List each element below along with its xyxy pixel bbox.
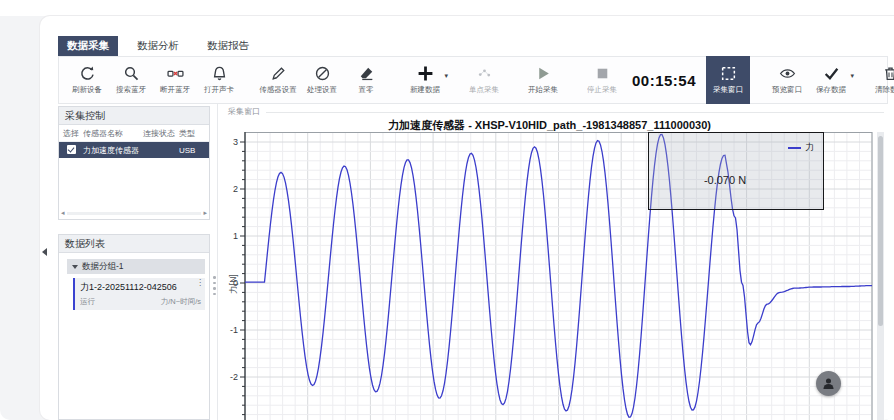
toolbar: 刷新设备 搜索蓝牙 断开蓝牙 打开声卡 传感器设置 处理设置 置零 新建数据 ▾… (58, 56, 888, 104)
sensor-settings-button[interactable]: 传感器设置 (256, 56, 300, 104)
svg-text:-2: -2 (230, 372, 238, 382)
tab-data-analysis[interactable]: 数据分析 (128, 36, 188, 56)
collect-window-button[interactable]: 采集窗口 (706, 56, 750, 104)
save-data-button[interactable]: 保存数据 ▾ (809, 56, 853, 104)
refresh-icon (79, 65, 96, 82)
svg-text:2: 2 (233, 184, 238, 194)
data-group-label: 数据分组-1 (82, 261, 124, 273)
dashed-square-icon (720, 65, 737, 82)
bt-disconnect-icon (167, 65, 184, 82)
stop-icon (594, 65, 611, 82)
timer-display: 00:15:54 (632, 72, 696, 89)
col-type: 类型 (179, 128, 205, 139)
play-icon (535, 65, 552, 82)
person-icon (821, 376, 836, 391)
point-sample-button[interactable]: 单点采集 (462, 56, 506, 104)
dropdown-arrow-icon[interactable]: ▾ (444, 72, 448, 80)
svg-text:1: 1 (233, 231, 238, 241)
dots-icon (476, 65, 493, 82)
value-annotation: -0.070 N (660, 174, 790, 186)
data-list-title: 数据列表 (59, 235, 209, 253)
data-list-panel: 数据列表 数据分组-1 力1-2-20251112-042506 运行 力/N~… (58, 234, 210, 420)
sidebar-collapse-arrow-icon[interactable] (42, 248, 47, 256)
col-sensor-name: 传感器名称 (83, 128, 139, 139)
data-item[interactable]: 力1-2-20251112-042506 运行 力/N~时间/s ⋮ (73, 278, 205, 310)
col-conn-status: 连接状态 (139, 128, 179, 139)
open-soundcard-button[interactable]: 打开声卡 (197, 56, 241, 104)
clear-data-button[interactable]: 清除数据 (868, 56, 894, 104)
sidebar-divider (217, 104, 218, 420)
process-settings-button[interactable]: 处理设置 (300, 56, 344, 104)
divider-drag-handle[interactable] (213, 276, 216, 295)
collect-control-panel: 采集控制 选择 传感器名称 连接状态 类型 力加速度传感器 USB ◂ ▸ (58, 106, 210, 220)
chart-plot-area[interactable]: 3210-1-2 力[N] 力 -0.070 N (225, 132, 874, 420)
start-collect-button[interactable]: 开始采集 (521, 56, 565, 104)
tab-data-report[interactable]: 数据报告 (198, 36, 258, 56)
sensor-row[interactable]: 力加速度传感器 USB (59, 142, 209, 158)
user-floating-button[interactable] (816, 371, 841, 396)
data-group-row[interactable]: 数据分组-1 (67, 259, 205, 274)
bell-icon (211, 65, 228, 82)
chart-vscrollbar[interactable] (877, 132, 884, 420)
data-item-title: 力1-2-20251112-042506 (80, 281, 201, 294)
chevron-down-icon (72, 265, 78, 269)
trash-icon (882, 65, 894, 82)
collect-panel-hscrollbar[interactable]: ◂ ▸ (61, 209, 207, 217)
check-icon (823, 65, 840, 82)
collect-control-title: 采集控制 (59, 107, 209, 125)
data-item-axes: 力/N~时间/s (161, 297, 201, 307)
stop-collect-button[interactable]: 停止采集 (580, 56, 624, 104)
svg-text:-1: -1 (230, 325, 238, 335)
vscroll-thumb[interactable] (878, 136, 883, 326)
app-window: 数据采集 数据分析 数据报告 刷新设备 搜索蓝牙 断开蓝牙 打开声卡 传感器设置… (0, 0, 894, 420)
search-bluetooth-button[interactable]: 搜索蓝牙 (109, 56, 153, 104)
legend-series-label: 力 (805, 141, 814, 154)
slash-circle-icon (314, 65, 331, 82)
refresh-device-button[interactable]: 刷新设备 (65, 56, 109, 104)
tab-data-collect[interactable]: 数据采集 (58, 36, 118, 56)
chart-legend: 力 (788, 141, 814, 154)
eye-icon (779, 65, 796, 82)
chart-pane-caption: 采集窗口 (228, 106, 260, 117)
legend-line-swatch (788, 147, 801, 149)
y-axis-label: 力[N] (228, 274, 240, 293)
new-data-button[interactable]: 新建数据 ▾ (403, 56, 447, 104)
eraser-icon (358, 65, 375, 82)
disconnect-bluetooth-button[interactable]: 断开蓝牙 (153, 56, 197, 104)
pane-divider-line (266, 112, 884, 113)
scroll-right-icon[interactable]: ▸ (203, 209, 207, 217)
main-tabs: 数据采集 数据分析 数据报告 (58, 36, 258, 56)
checkbox-check-icon (67, 145, 76, 154)
preview-window-button[interactable]: 预览窗口 (765, 56, 809, 104)
plus-icon (417, 65, 434, 82)
pen-icon (270, 65, 287, 82)
col-select: 选择 (59, 128, 83, 139)
sensor-name: 力加速度传感器 (83, 145, 139, 156)
sensor-checkbox[interactable] (59, 145, 83, 156)
scroll-left-icon[interactable]: ◂ (61, 209, 65, 217)
svg-text:3: 3 (233, 137, 238, 147)
chart-title: 力加速度传感器 - XHSP-V10HID_path_-1981348857_1… (225, 118, 874, 133)
zero-button[interactable]: 置零 (344, 56, 388, 104)
sensor-type: USB (179, 146, 205, 155)
sensor-table-header: 选择 传感器名称 连接状态 类型 (59, 125, 209, 142)
data-item-status: 运行 (80, 297, 95, 307)
dropdown-arrow-icon[interactable]: ▾ (851, 72, 855, 80)
magnifier-icon (123, 65, 140, 82)
item-menu-icon[interactable]: ⋮ (196, 281, 204, 284)
